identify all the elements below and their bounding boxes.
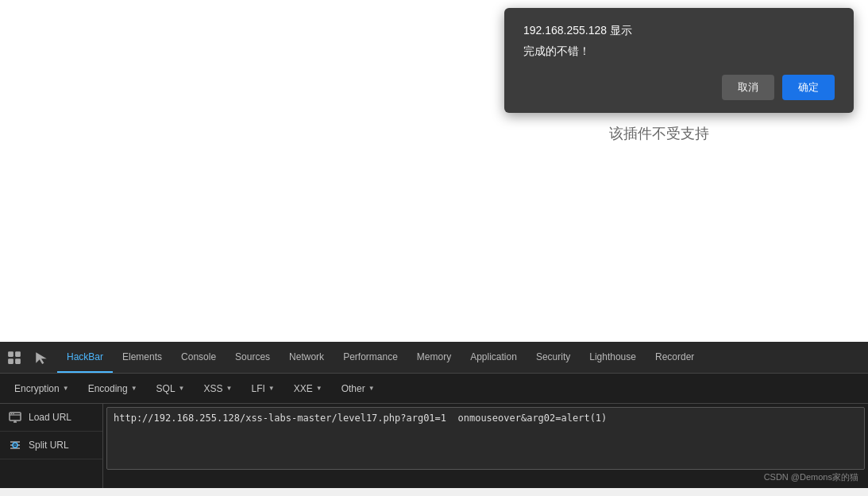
tab-application[interactable]: Application: [461, 342, 527, 373]
dropdown-sql[interactable]: SQL ▼: [149, 380, 193, 397]
tab-sources[interactable]: Sources: [226, 342, 280, 373]
dropdown-other[interactable]: Other ▼: [334, 380, 383, 397]
tab-console[interactable]: Console: [172, 342, 226, 373]
tab-elements[interactable]: Elements: [113, 342, 172, 373]
tab-security[interactable]: Security: [527, 342, 580, 373]
devtools-cursor-icon[interactable]: [30, 347, 52, 369]
chevron-down-icon: ▼: [226, 385, 233, 392]
dropdown-xxe[interactable]: XXE ▼: [286, 380, 330, 397]
credit-text: CSDN @Demons家的猫: [106, 470, 865, 485]
svg-rect-3: [15, 358, 21, 364]
devtools-bar: HackBar Elements Console Sources Network…: [0, 342, 868, 374]
svg-marker-4: [36, 352, 47, 364]
tab-hackbar[interactable]: HackBar: [57, 342, 113, 373]
tab-recorder[interactable]: Recorder: [646, 342, 704, 373]
chevron-down-icon: ▼: [131, 385, 137, 392]
alert-title: 192.168.255.128 显示: [523, 24, 835, 38]
main-content-area: 192.168.255.128 显示 完成的不错！ 取消 确定 该插件不受支持: [0, 0, 868, 342]
load-url-icon: [8, 410, 22, 424]
devtools-grid-icon[interactable]: [3, 347, 25, 369]
dropdown-encoding[interactable]: Encoding ▼: [80, 380, 145, 397]
load-url-button[interactable]: Load URL: [0, 404, 102, 432]
dropdown-xss[interactable]: XSS ▼: [196, 380, 241, 397]
dropdown-lfi[interactable]: LFI ▼: [243, 380, 282, 397]
plugin-unsupported-text: 该插件不受支持: [609, 124, 709, 143]
load-url-label: Load URL: [29, 412, 71, 423]
hackbar-toolbar: Encryption ▼ Encoding ▼ SQL ▼ XSS ▼ LFI …: [0, 374, 868, 404]
split-url-button[interactable]: Split URL: [0, 432, 102, 459]
hackbar-url-area: CSDN @Demons家的猫: [103, 404, 868, 488]
chevron-down-icon: ▼: [268, 385, 275, 392]
devtools-tabs: HackBar Elements Console Sources Network…: [57, 342, 865, 373]
chevron-down-icon: ▼: [63, 385, 69, 392]
tab-memory[interactable]: Memory: [407, 342, 461, 373]
alert-buttons: 取消 确定: [523, 75, 835, 100]
tab-performance[interactable]: Performance: [334, 342, 407, 373]
url-input[interactable]: [106, 407, 865, 470]
chevron-down-icon: ▼: [368, 385, 375, 392]
alert-message: 完成的不错！: [523, 45, 835, 59]
alert-confirm-button[interactable]: 确定: [782, 75, 835, 100]
svg-rect-2: [8, 358, 14, 364]
tab-lighthouse[interactable]: Lighthouse: [580, 342, 646, 373]
split-url-label: Split URL: [29, 440, 69, 451]
svg-rect-1: [15, 351, 21, 357]
alert-cancel-button[interactable]: 取消: [722, 75, 774, 100]
svg-point-8: [13, 413, 14, 415]
chevron-down-icon: ▼: [179, 385, 185, 392]
hackbar-sidebar: Load URL Split URL: [0, 404, 103, 488]
hackbar-main: Load URL Split URL CSDN @Demons家的猫: [0, 404, 868, 488]
tab-network[interactable]: Network: [280, 342, 334, 373]
chevron-down-icon: ▼: [316, 385, 322, 392]
split-url-icon: [8, 438, 22, 452]
alert-dialog: 192.168.255.128 显示 完成的不错！ 取消 确定: [504, 8, 854, 113]
svg-point-7: [11, 413, 13, 415]
dropdown-encryption[interactable]: Encryption ▼: [6, 380, 77, 397]
svg-rect-0: [8, 351, 14, 357]
